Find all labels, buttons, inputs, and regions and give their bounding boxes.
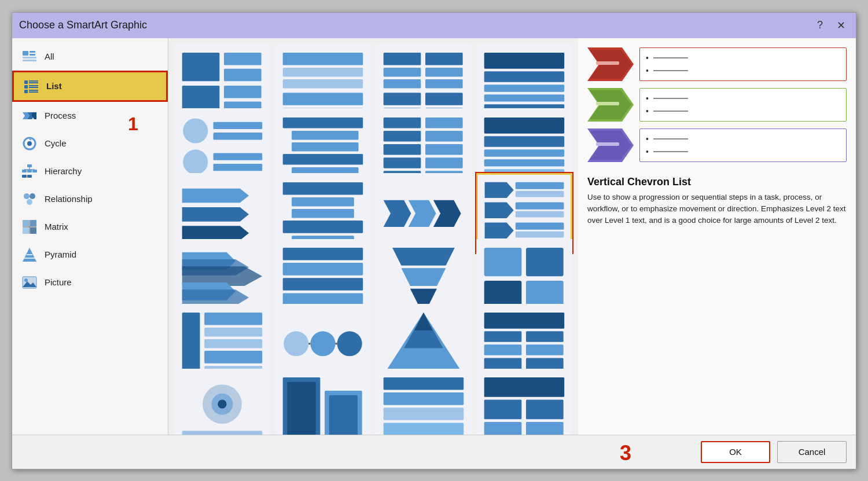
- svg-rect-5: [24, 80, 28, 84]
- text-dash-purple-2: [653, 151, 688, 152]
- picture-icon: [20, 273, 39, 292]
- process-icon: [20, 107, 39, 125]
- thumbnail-grid: [168, 38, 578, 435]
- svg-rect-148: [526, 345, 564, 355]
- chevron-green: [587, 88, 634, 122]
- svg-rect-107: [516, 191, 564, 197]
- text-line-purple-2: [646, 147, 840, 156]
- svg-marker-111: [485, 223, 514, 238]
- sidebar-item-all-label: All: [45, 52, 54, 61]
- svg-rect-83: [384, 144, 421, 155]
- svg-point-137: [310, 331, 335, 356]
- svg-rect-32: [23, 227, 29, 234]
- svg-rect-58: [425, 79, 463, 88]
- svg-rect-166: [484, 422, 522, 435]
- cancel-button[interactable]: Cancel: [777, 441, 847, 463]
- sidebar-item-picture[interactable]: Picture: [12, 269, 168, 296]
- chevron-red: [587, 47, 634, 81]
- svg-rect-158: [329, 395, 358, 435]
- matrix-icon: [20, 218, 39, 236]
- sidebar-item-picture-label: Picture: [45, 277, 72, 287]
- ok-button[interactable]: OK: [701, 441, 770, 463]
- sidebar-item-matrix[interactable]: Matrix: [12, 213, 168, 241]
- svg-rect-84: [425, 144, 463, 155]
- svg-rect-163: [484, 377, 565, 397]
- svg-rect-8: [24, 85, 28, 89]
- right-panel: Vertical Chevron List Use to show a prog…: [578, 38, 856, 435]
- preview-area: Vertical Chevron List Use to show a prog…: [587, 47, 847, 425]
- svg-rect-55: [384, 68, 421, 76]
- help-button[interactable]: ?: [812, 17, 828, 34]
- svg-point-138: [337, 331, 362, 356]
- chevron-row-purple: [587, 128, 847, 162]
- thumbnail-22[interactable]: [275, 369, 371, 435]
- svg-rect-109: [516, 203, 564, 210]
- sidebar-item-all[interactable]: All: [12, 43, 168, 71]
- svg-rect-4: [23, 60, 36, 61]
- svg-rect-112: [516, 223, 564, 230]
- svg-point-68: [183, 118, 208, 143]
- svg-rect-162: [384, 423, 464, 434]
- svg-rect-2: [30, 54, 35, 56]
- all-icon: [20, 47, 39, 66]
- relationship-icon: [20, 190, 39, 208]
- svg-rect-167: [526, 422, 564, 435]
- svg-rect-76: [292, 142, 358, 151]
- annotation-3: 3: [620, 441, 631, 465]
- close-button[interactable]: ✕: [833, 17, 849, 34]
- thumbnail-24[interactable]: [476, 369, 572, 435]
- svg-rect-144: [484, 313, 565, 329]
- svg-point-29: [27, 199, 32, 205]
- svg-rect-75: [292, 131, 358, 139]
- svg-rect-65: [484, 85, 565, 91]
- svg-rect-159: [384, 377, 464, 390]
- thumbnail-23[interactable]: [376, 369, 472, 435]
- sidebar-item-process[interactable]: Process: [12, 102, 168, 130]
- title-bar-controls: ? ✕: [812, 17, 849, 34]
- svg-rect-164: [484, 399, 522, 419]
- svg-point-27: [24, 193, 30, 199]
- sidebar-item-pyramid[interactable]: Pyramid: [12, 241, 168, 269]
- svg-rect-106: [516, 182, 564, 189]
- svg-rect-56: [425, 68, 463, 76]
- svg-rect-119: [283, 248, 363, 260]
- svg-rect-130: [182, 313, 200, 375]
- svg-point-136: [284, 331, 308, 356]
- text-dash-purple-1: [653, 138, 688, 139]
- svg-rect-132: [204, 328, 262, 336]
- svg-rect-13: [29, 91, 38, 93]
- sidebar-item-relationship-label: Relationship: [45, 194, 93, 204]
- dialog-body: All List: [12, 38, 856, 435]
- sidebar-item-relationship[interactable]: Relationship: [12, 185, 168, 213]
- svg-marker-123: [392, 248, 455, 266]
- svg-rect-110: [516, 211, 564, 218]
- text-dash-red-2: [653, 70, 688, 71]
- svg-rect-3: [23, 57, 36, 58]
- sidebar-item-cycle[interactable]: Cycle: [12, 130, 168, 157]
- svg-rect-7: [29, 82, 38, 83]
- svg-rect-12: [29, 90, 38, 91]
- chevron-row-red: [587, 47, 847, 81]
- svg-rect-10: [29, 87, 38, 88]
- thumbnail-21[interactable]: [174, 369, 270, 435]
- pyramid-icon: [20, 245, 39, 264]
- sidebar-item-list[interactable]: List: [12, 71, 168, 102]
- svg-rect-74: [283, 118, 363, 128]
- svg-marker-143: [415, 313, 433, 331]
- svg-rect-64: [484, 71, 565, 82]
- svg-rect-70: [214, 122, 263, 128]
- svg-marker-103: [409, 200, 436, 226]
- svg-marker-95: [182, 207, 249, 222]
- svg-point-153: [218, 399, 226, 408]
- content-area: 2: [168, 38, 578, 435]
- svg-rect-48: [283, 53, 363, 65]
- sidebar-item-hierarchy[interactable]: Hierarchy: [12, 157, 168, 185]
- svg-rect-6: [29, 80, 38, 82]
- dialog-title: Choose a SmartArt Graphic: [19, 19, 147, 31]
- text-box-green: [639, 88, 847, 122]
- svg-rect-90: [484, 136, 565, 146]
- svg-rect-121: [283, 278, 363, 291]
- svg-rect-147: [484, 345, 522, 355]
- sidebar-item-list-label: List: [46, 81, 62, 91]
- svg-marker-96: [182, 226, 249, 240]
